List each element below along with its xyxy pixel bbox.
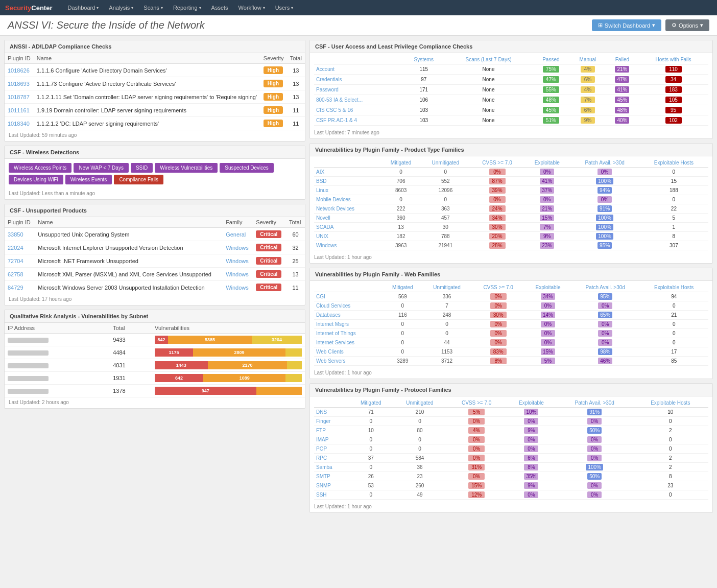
plugin-id: 1018693	[5, 77, 34, 90]
adldap-panel: ANSSI - AD/LDAP Compliance Checks Plugin…	[4, 40, 305, 142]
nav-analysis[interactable]: Analysis ▾	[104, 0, 138, 15]
wireless-button[interactable]: New WAP < 7 Days	[74, 163, 129, 173]
mitigated: 3289	[383, 357, 422, 366]
bar-segment: 1089	[203, 374, 285, 382]
severity-badge: Critical	[253, 241, 286, 254]
scans: None	[444, 105, 532, 115]
bar-segment	[285, 348, 302, 357]
wireless-button[interactable]: Devices Using WiFi	[9, 175, 63, 184]
col-family: Family	[223, 217, 253, 228]
chevron-down-icon: ▾	[652, 22, 655, 29]
mitigated: 360	[381, 214, 421, 223]
total-count: 25	[286, 254, 305, 268]
exploitable: 15%	[525, 347, 571, 357]
unmitigated: 0	[422, 329, 472, 338]
chevron-down-icon: ▾	[199, 6, 201, 10]
table-row: 84729 Microsoft Windows Server 2003 Unsu…	[5, 281, 305, 294]
severity-badge: High	[260, 64, 287, 77]
exploitable-hosts: 2	[633, 426, 708, 435]
failed: 40%	[606, 115, 638, 126]
row-label: CGI	[314, 292, 383, 301]
row-label: CIS CSC 5 & 16	[314, 105, 403, 115]
patch-avail: 91%	[557, 408, 633, 417]
vuln-bar: 84253853204	[152, 334, 305, 346]
cvss: 28%	[470, 241, 524, 250]
col-header: Patch Avail. >30d	[557, 398, 633, 408]
unmitigated: 36	[393, 463, 447, 472]
cvss: 0%	[447, 417, 506, 426]
col-header: Patch Avail. >30d	[571, 283, 640, 292]
scans: None	[444, 115, 532, 126]
nav-dashboard[interactable]: Dashboard ▾	[63, 0, 104, 15]
total-count: 13	[287, 90, 305, 104]
bar-segment: 642	[155, 374, 203, 382]
table-row: AIX 0 0 0% 0% 0% 0	[314, 168, 708, 177]
wireless-button[interactable]: Wireless Access Points	[9, 163, 71, 173]
adldap-table: Plugin ID Name Severity Total 1018626 1.…	[5, 53, 305, 130]
cvss: 30%	[471, 311, 525, 320]
table-row: 1018626 1.1.1.6 Configure 'Active Direct…	[5, 64, 305, 77]
vuln-bar: 947	[152, 385, 305, 397]
row-label: Cloud Services	[314, 301, 383, 311]
nav-reporting[interactable]: Reporting ▾	[168, 0, 206, 15]
col-header	[314, 158, 381, 168]
exploitable: 5%	[525, 357, 571, 366]
mitigated: 0	[383, 338, 422, 347]
unmitigated: 260	[393, 481, 447, 490]
nav-assets[interactable]: Assets	[206, 0, 233, 15]
total-count: 4031	[110, 359, 152, 372]
col-total: Total	[287, 53, 305, 64]
vuln-protocol-panel: Vulnerabilities by Plugin Family - Proto…	[309, 383, 713, 513]
wireless-button[interactable]: Suspected Devices	[220, 163, 274, 173]
table-row: Network Devices 222 363 24% 21% 91% 22	[314, 204, 708, 214]
unmitigated: 336	[422, 292, 472, 301]
cvss: 0%	[471, 292, 525, 301]
total-count: 13	[287, 64, 305, 77]
table-row: 22024 Microsoft Internet Explorer Unsupp…	[5, 241, 305, 254]
vuln-product-header: Vulnerabilities by Plugin Family - Produ…	[310, 144, 712, 156]
vuln-protocol-table: MitigatedUnmitigatedCVSS >= 7.0Exploitab…	[314, 398, 708, 500]
options-button[interactable]: ⚙ Options ▾	[665, 19, 709, 31]
mitigated: 0	[381, 168, 421, 177]
col-header: Exploitable Hosts	[633, 398, 708, 408]
unsupported-last-updated: Last Updated: 17 hours ago	[5, 294, 305, 305]
mitigated: 0	[383, 329, 422, 338]
unmitigated: 0	[393, 435, 447, 444]
wireless-button[interactable]: Wireless Vulnerabilities	[155, 163, 218, 173]
cvss: 15%	[447, 481, 506, 490]
patch-avail: 50%	[557, 472, 633, 481]
col-header: Scans (Last 7 Days)	[444, 55, 532, 64]
chevron-down-icon: ▾	[263, 6, 265, 10]
nav-users[interactable]: Users ▾	[270, 0, 299, 15]
cvss: 4%	[447, 426, 506, 435]
systems: 115	[403, 64, 444, 75]
col-header: Patch Avail. >30d	[570, 158, 639, 168]
exploitable: 41%	[524, 177, 570, 186]
vuln-protocol-last-updated: Last Updated: 1 hour ago	[310, 502, 712, 512]
wireless-button[interactable]: Compliance Fails	[114, 175, 163, 184]
exploitable-hosts: 10	[633, 408, 708, 417]
wireless-button[interactable]: Wireless Events	[65, 175, 112, 184]
exploitable-hosts: 0	[633, 435, 708, 444]
systems: 97	[403, 75, 444, 85]
unmitigated: 21941	[421, 241, 470, 250]
cvss: 30%	[470, 223, 524, 232]
exploitable: 9%	[524, 232, 570, 241]
exploitable: 0%	[506, 444, 557, 454]
mitigated: 37	[349, 454, 393, 463]
switch-dashboard-button[interactable]: ⊞ Switch Dashboard ▾	[592, 19, 661, 31]
table-row: Mobile Devices 0 0 0% 0% 0% 0	[314, 195, 708, 204]
vuln-web-panel: Vulnerabilities by Plugin Family - Web F…	[309, 268, 713, 379]
passed: 51%	[533, 115, 570, 126]
exploitable: 23%	[524, 241, 570, 250]
exploitable: 0%	[506, 417, 557, 426]
failed: 41%	[606, 85, 638, 95]
failed: 45%	[606, 95, 638, 105]
vuln-product-table: MitigatedUnmitigatedCVSS >= 7.0Exploitab…	[314, 158, 708, 250]
nav-scans[interactable]: Scans ▾	[138, 0, 168, 15]
systems: 106	[403, 95, 444, 105]
nav-workflow[interactable]: Workflow ▾	[233, 0, 270, 15]
wireless-button[interactable]: SSID	[131, 163, 153, 173]
row-label: FTP	[314, 426, 349, 435]
exploitable-hosts: 0	[633, 490, 708, 500]
